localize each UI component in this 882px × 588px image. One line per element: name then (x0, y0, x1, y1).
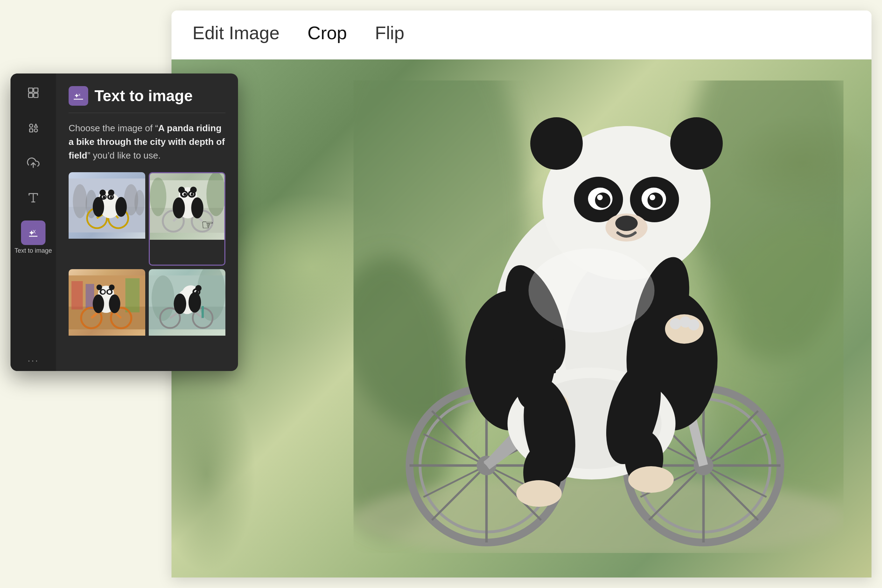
svg-point-137 (190, 186, 197, 193)
svg-point-176 (189, 292, 201, 312)
svg-text:X: X (33, 229, 36, 234)
icon-rail: ✦ X Text to image ... (10, 74, 56, 371)
tab-flip[interactable]: Flip (375, 22, 404, 47)
svg-point-115 (99, 190, 106, 196)
image-grid: ☞ (69, 172, 225, 360)
text-icon (27, 192, 39, 204)
svg-point-101 (134, 190, 144, 215)
svg-point-156 (96, 285, 102, 290)
svg-rect-77 (29, 88, 33, 92)
svg-point-51 (648, 192, 663, 208)
more-options-btn[interactable]: ... (28, 353, 39, 364)
grid-item-3[interactable] (69, 269, 145, 360)
upload-icon (27, 156, 39, 169)
panel-description: Choose the image of “A panda riding a bi… (69, 122, 225, 162)
panda-background (171, 60, 872, 578)
panda-image-3 (69, 269, 145, 336)
panel-header: ✦ x Text to image (69, 86, 225, 106)
svg-point-55 (615, 216, 638, 231)
svg-point-50 (595, 192, 610, 208)
svg-point-136 (178, 186, 185, 193)
editor-toolbar: Edit Image Crop Flip (171, 10, 872, 60)
svg-text:x: x (78, 92, 81, 97)
svg-rect-80 (34, 93, 38, 98)
svg-rect-83 (30, 129, 33, 132)
svg-point-113 (102, 196, 105, 198)
text-to-image-icon: ✦ X (27, 226, 39, 239)
svg-point-174 (195, 285, 202, 291)
svg-point-117 (93, 197, 104, 217)
panda-image-4 (149, 269, 225, 336)
grid-item-1[interactable] (69, 172, 145, 266)
svg-point-134 (183, 193, 186, 196)
layout-icon-btn[interactable] (21, 81, 45, 105)
elements-icon (27, 122, 39, 134)
svg-point-56 (530, 117, 583, 170)
svg-point-67 (670, 318, 681, 329)
svg-point-76 (528, 249, 654, 333)
sidebar-panel: ✦ X Text to image ... ✦ x Text to image (10, 74, 238, 371)
svg-rect-144 (125, 278, 140, 312)
svg-point-74 (516, 480, 562, 507)
svg-point-155 (108, 290, 111, 294)
content-panel: ✦ x Text to image Choose the image of “A… (56, 74, 238, 371)
layout-icon (27, 87, 39, 99)
cursor-pointer: ☞ (201, 217, 214, 233)
svg-point-157 (109, 285, 114, 290)
svg-point-159 (109, 294, 120, 313)
text-to-image-icon-btn[interactable]: ✦ X Text to image (14, 220, 52, 255)
panel-title: Text to image (94, 87, 192, 105)
svg-marker-82 (34, 124, 38, 128)
svg-point-114 (110, 196, 113, 198)
svg-point-162 (152, 276, 174, 321)
text-icon-btn[interactable] (21, 186, 45, 210)
svg-point-139 (191, 197, 203, 218)
desc-prefix: Choose the image of “ (69, 123, 158, 134)
panda-svg-1 (69, 172, 145, 239)
desc-suffix: ” you’d like to use. (87, 150, 160, 160)
svg-point-154 (101, 290, 105, 294)
panda-image-2: ☞ (150, 173, 224, 240)
svg-point-118 (116, 197, 127, 217)
tab-edit-image[interactable]: Edit Image (192, 22, 280, 47)
svg-point-116 (108, 190, 114, 196)
svg-point-52 (597, 195, 603, 200)
svg-point-84 (34, 129, 38, 132)
svg-point-175 (174, 294, 186, 314)
panda-svg-3 (69, 269, 145, 336)
svg-rect-142 (71, 281, 82, 309)
panel-ai-icon: ✦ x (72, 90, 84, 102)
editor-panel: Edit Image Crop Flip (171, 10, 872, 578)
editor-image-area (171, 60, 872, 578)
panda-image-1 (69, 172, 145, 239)
elements-icon-btn[interactable] (21, 116, 45, 140)
panel-icon: ✦ x (69, 86, 88, 106)
svg-point-53 (650, 195, 655, 200)
tab-crop[interactable]: Crop (308, 22, 347, 47)
svg-point-75 (628, 466, 674, 493)
grid-item-4[interactable] (149, 269, 225, 360)
panda-svg-4 (149, 269, 225, 336)
main-panda-svg (354, 81, 843, 553)
svg-point-81 (30, 124, 33, 128)
svg-point-57 (670, 117, 723, 170)
svg-point-135 (191, 193, 194, 196)
svg-point-121 (150, 177, 166, 216)
svg-point-98 (73, 184, 87, 218)
upload-icon-btn[interactable] (21, 150, 45, 175)
grid-item-2[interactable]: ☞ (149, 172, 225, 266)
svg-point-69 (688, 319, 699, 330)
svg-rect-79 (29, 93, 33, 98)
svg-point-138 (172, 197, 185, 218)
svg-rect-78 (34, 88, 38, 92)
text-to-image-icon-box: ✦ X (21, 220, 45, 245)
svg-point-158 (93, 294, 104, 313)
text-to-image-label: Text to image (14, 247, 52, 255)
